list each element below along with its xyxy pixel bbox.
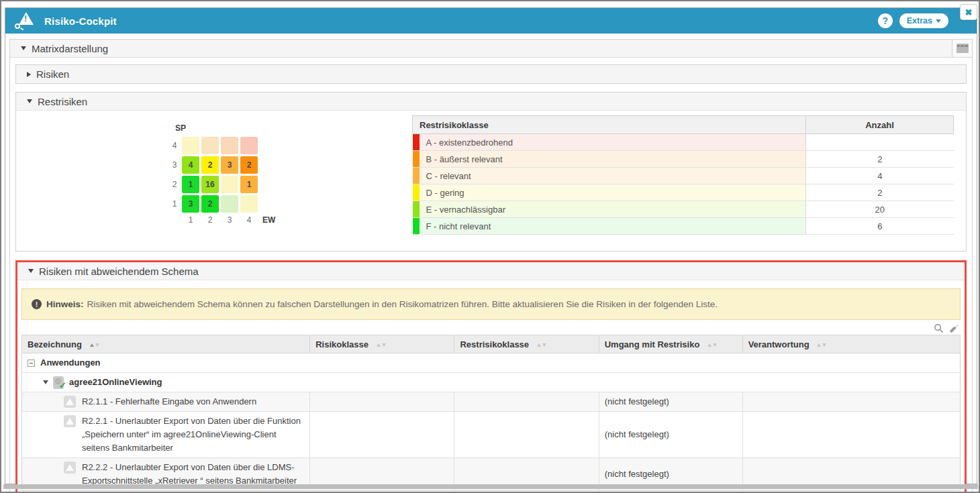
matrixdarstellung-label: Matrixdarstellung: [32, 43, 108, 54]
sort-desc-icon[interactable]: [382, 343, 386, 347]
table-row: D - gering 2: [413, 184, 954, 201]
risk-verantwortung: [742, 412, 960, 458]
sort-asc-icon[interactable]: [377, 343, 381, 347]
column-header-verantwortung[interactable]: Verantwortung: [742, 335, 960, 353]
risk-bezeichnung: R2.2.2 - Unerlaubter Export von Daten üb…: [82, 461, 304, 488]
risiken-header[interactable]: Risiken: [16, 65, 966, 83]
risk-bezeichnung: R2.1.1 - Fehlerhafte Eingabe von Anwende…: [82, 395, 256, 408]
x-tick: 2: [201, 215, 219, 225]
class-count: 2: [806, 151, 954, 168]
abweichend-body: ! Hinweis:Risiken mit abweichendem Schem…: [17, 280, 965, 493]
extras-button[interactable]: Extras: [899, 13, 948, 28]
sort-icons: [817, 343, 826, 347]
matrix-cell: 2: [240, 156, 258, 174]
matrixdarstellung-header[interactable]: Matrixdarstellung: [10, 40, 972, 58]
matrix-row-sp3: 3 4 2 3 2: [167, 156, 412, 174]
page-title: Risiko-Cockpit: [44, 15, 117, 27]
matrix-row-sp2: 2 1 16 1: [167, 176, 412, 193]
class-count: 6: [806, 218, 954, 235]
matrix-cell: 1: [182, 176, 199, 193]
matrix-cell: [221, 137, 238, 154]
sort-asc-icon[interactable]: [90, 343, 94, 347]
risk-matrix: SP 4 3 4: [16, 115, 412, 235]
class-color-swatch: [413, 151, 420, 168]
class-count: [806, 134, 954, 151]
sort-desc-icon[interactable]: [713, 343, 717, 347]
search-icon[interactable]: [934, 323, 944, 333]
matrix-cell: [221, 195, 238, 213]
matrix-cell: [182, 137, 199, 154]
collapse-caret-icon: [21, 46, 26, 50]
column-header-anzahl: Anzahl: [806, 116, 954, 134]
risk-row[interactable]: R2.2.1 - Unerlaubter Export von Daten üb…: [22, 412, 961, 458]
y-tick: 3: [167, 160, 182, 170]
sort-desc-icon[interactable]: [542, 343, 546, 347]
grid-table-icon: [957, 44, 969, 53]
collapse-caret-icon: [27, 99, 32, 103]
risiken-label: Risiken: [36, 68, 69, 80]
risiko-cockpit-logo-icon: [15, 12, 35, 30]
sort-desc-icon[interactable]: [822, 343, 826, 347]
column-header-umgang[interactable]: Umgang mit Restrisiko: [599, 335, 742, 353]
abweichend-header[interactable]: Risiken mit abweichendem Schema: [17, 262, 965, 280]
restrisiken-body: SP 4 3 4: [16, 111, 966, 251]
application-label: agree21OnlineViewing: [69, 376, 162, 389]
wrench-icon[interactable]: [949, 323, 959, 333]
matrix-cell: [201, 137, 219, 154]
sort-desc-icon[interactable]: [95, 343, 99, 347]
column-header-restrisikoklasse[interactable]: Restrisikoklasse: [454, 335, 599, 353]
highlighted-section-outline: Risiken mit abweichendem Schema ! Hinwei…: [15, 260, 967, 493]
close-button[interactable]: ✖: [960, 4, 977, 20]
risk-risikoklasse: [310, 412, 454, 458]
class-label: D - gering: [420, 184, 806, 201]
class-color-swatch: [413, 201, 420, 218]
matrix-x-axis-label: EW: [262, 215, 275, 225]
matrix-cell: 1: [240, 176, 258, 193]
info-icon: !: [32, 299, 42, 309]
chevron-down-icon: [936, 19, 941, 23]
sort-asc-icon[interactable]: [537, 343, 541, 347]
matrix-row-sp1: 1 3 2: [167, 195, 412, 213]
matrix-view-button[interactable]: [952, 40, 972, 57]
class-count: 4: [806, 168, 954, 184]
y-tick: 4: [167, 141, 182, 150]
checkmark-icon: ✓: [59, 379, 66, 392]
column-header-risikoklasse[interactable]: Risikoklasse: [310, 335, 454, 353]
risk-warning-icon: [64, 396, 76, 408]
group-row-anwendungen[interactable]: Anwendungen: [22, 353, 961, 373]
hinweis-banner: ! Hinweis:Risiken mit abweichendem Schem…: [21, 288, 961, 320]
class-label: F - nicht relevant: [420, 218, 806, 235]
restrisikoklasse-table: Restrisikoklasse Anzahl A - existenzbedr…: [412, 115, 954, 235]
sort-asc-icon[interactable]: [817, 343, 821, 347]
class-label: B - äußerst relevant: [420, 151, 806, 168]
column-header-bezeichnung[interactable]: Bezeichnung: [22, 335, 310, 353]
tree-row-application[interactable]: ✓ agree21OnlineViewing: [22, 373, 961, 392]
abweichend-label: Risiken mit abweichendem Schema: [39, 266, 199, 277]
extras-button-label: Extras: [907, 16, 932, 25]
class-color-swatch: [413, 168, 420, 184]
group-label: Anwendungen: [40, 356, 101, 370]
risiken-panel: Risiken: [15, 64, 967, 84]
risk-row[interactable]: R2.1.1 - Fehlerhafte Eingabe von Anwende…: [22, 392, 961, 412]
class-color-swatch: [413, 218, 420, 235]
class-label: C - relevant: [420, 168, 806, 184]
restrisiken-header[interactable]: Restrisiken: [16, 93, 966, 111]
tree-expanded-caret-icon[interactable]: [43, 380, 48, 384]
sort-asc-icon[interactable]: [707, 343, 712, 347]
screenshot-root: Risiko-Cockpit ? Extras Matrixdarstellun…: [0, 0, 980, 493]
matrix-cell: [240, 195, 258, 213]
class-count: 20: [806, 201, 954, 218]
column-header-restrisikoklasse: Restrisikoklasse: [413, 116, 806, 134]
matrix-cell: 16: [201, 176, 219, 193]
collapse-group-icon[interactable]: [28, 360, 35, 367]
table-row: F - nicht relevant 6: [413, 218, 954, 235]
table-row: B - äußerst relevant 2: [413, 151, 954, 168]
matrix-row-sp4: 4: [167, 137, 412, 154]
risk-umgang: (nicht festgelegt): [599, 392, 742, 412]
y-tick: 1: [167, 199, 182, 209]
class-count: 2: [806, 184, 954, 201]
hinweis-label: Hinweis:: [46, 299, 84, 309]
help-button[interactable]: ?: [878, 13, 893, 28]
abweichend-risk-table: Bezeichnung Risikoklasse: [21, 335, 961, 491]
risk-warning-icon: [64, 415, 76, 427]
